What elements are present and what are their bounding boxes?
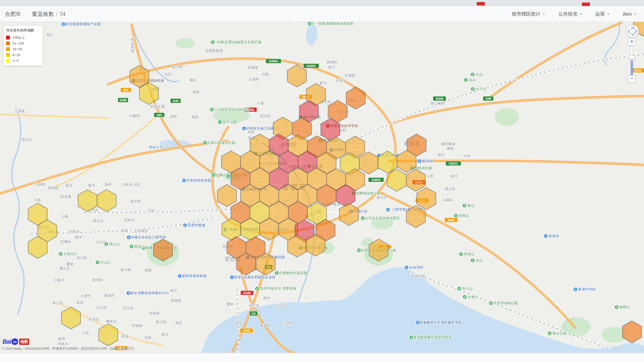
legend-swatch: [6, 59, 10, 63]
town-label: 敦冲: [75, 235, 82, 239]
legend-swatch: [6, 36, 10, 39]
legend-items: 100以上51~10016~506~151~5: [6, 35, 40, 64]
baidu-paw-icon: du: [12, 338, 18, 345]
header-bar: 合肥市 覆盖格数： 74 按市辖区统计▼公共快充▼运营▼2km▼: [0, 7, 644, 22]
town-label: 东店: [165, 72, 172, 76]
baidu-logo: Bai du 地图: [3, 338, 29, 345]
road-shield-label: G3W: [119, 99, 127, 102]
zoom-out-button[interactable]: −: [628, 75, 635, 82]
town-label: 蔡圩: [320, 81, 327, 85]
town-label: 瞿小郢: [120, 268, 131, 272]
poi-glyph: [387, 209, 388, 210]
town-label: 三房郢: [283, 321, 293, 325]
town-label: 陶家庄: [106, 320, 117, 323]
poi-label: 庐阳区大杨工业园: [246, 126, 274, 130]
town-label: 毛狗洼: [124, 218, 135, 222]
town-label: 竹西洼: [69, 230, 79, 234]
app: G3W242S93G40G206G4001G4001G4001G312G5011…: [0, 0, 644, 362]
road-name-label: 蚌合高速: [131, 38, 134, 53]
town-label: 众兴乡: [336, 79, 346, 82]
water-label: 董铺水库: [149, 145, 163, 149]
town-label: 马家庄: [89, 318, 99, 321]
legend-label: 51~100: [13, 41, 24, 45]
town-label: 岗上村: [445, 187, 456, 191]
zoom-slider-handle[interactable]: [628, 56, 635, 59]
park-label: 三十岗生态农业旅游区: [214, 108, 249, 111]
poi-glyph: [575, 289, 576, 290]
town-label: 坝塘: [121, 229, 128, 233]
town-label: 巴山庙: [123, 306, 134, 310]
town-label: 高店乡: [22, 138, 32, 142]
park-label: 包河牛角大圩·四季花海: [260, 287, 296, 290]
town-label: 姚郢: [145, 268, 152, 272]
town-label: 新庄: [438, 153, 445, 157]
town-label: 大柏乡: [122, 183, 132, 186]
town-label: 路东: [122, 334, 129, 338]
town-label: 陈宅: [88, 184, 95, 187]
town-label: 双塘拐: [48, 186, 59, 190]
poi-label: 中安创谷科技园: [186, 178, 211, 182]
park-area: [175, 38, 194, 48]
park-label: 鸡笼山: [459, 214, 469, 217]
road-shield-label: S93: [156, 113, 162, 117]
town-label: 凌山洼: [93, 219, 103, 222]
menu-operation[interactable]: 运营▼: [595, 11, 610, 17]
park-label: 周公山: [109, 242, 120, 246]
town-label: 孙马圩: [377, 196, 387, 199]
poi-label: 银水湾餐饮休闲垂钓中心: [130, 291, 169, 295]
zoom-slider-track-filled[interactable]: [631, 60, 633, 76]
road-shield-label: G5011: [449, 162, 458, 165]
legend-item: 6~15: [6, 52, 40, 58]
town-label: 看墙: [66, 262, 73, 266]
town-label: 洪桥乡: [58, 342, 68, 346]
road-shield-label: G329: [436, 97, 443, 101]
park-label: 龙栖地湿地公园: [356, 191, 380, 195]
park-label: 大圩生态农业旅游景区: [365, 216, 400, 220]
town-label: 新庄: [66, 184, 73, 187]
park-label: 太子山: [476, 87, 486, 91]
zoom-in-button[interactable]: +: [628, 38, 635, 46]
pan-control[interactable]: [626, 25, 639, 37]
menu-stats-by-district[interactable]: 按市辖区统计▼: [512, 11, 545, 17]
copyright-text: © 2020 Baidu - GS(2019)5218号 - 甲测资字11009…: [2, 346, 134, 351]
poi-label: 炎刘镇新桥国际产业园: [65, 22, 101, 26]
town-label: 基塘拐: [171, 299, 181, 302]
town-label: 郭郢: [248, 130, 255, 134]
legend-label: 16~50: [13, 47, 22, 51]
town-label: 顾小庄: [60, 266, 70, 270]
town-label: 塘东: [235, 321, 243, 325]
road-shield-label: G4001: [307, 64, 316, 68]
map-canvas[interactable]: G3W242S93G40G206G4001G4001G4001G312G5011…: [0, 0, 644, 353]
park-label: 合肥融创主题乐园: [279, 271, 307, 275]
legend-label: 1~5: [13, 59, 18, 63]
park-label: 巢湖国家重点风景名胜区: [413, 335, 452, 339]
town-label: 合肥西枢纽: [206, 49, 223, 53]
chevron-down-icon: ▼: [607, 13, 610, 15]
menu-grid-size[interactable]: 2km▼: [623, 11, 636, 17]
legend-item: 1~5: [6, 58, 40, 64]
town-label: 西坝塘: [61, 195, 71, 199]
coverage-label: 覆盖格数：: [32, 11, 60, 18]
legend-item: 51~100: [6, 40, 40, 46]
town-label: 三觉镇: [14, 109, 25, 113]
poi-label: 巢湖中垾站: [578, 287, 596, 291]
town-label: 下塝: [82, 331, 89, 335]
town-label: 李小圩: [53, 301, 63, 305]
park-label: 中国(合肥)非物质文化遗产园: [217, 40, 262, 44]
town-label: 机场互通: [151, 105, 165, 108]
town-label: 葛小郢: [156, 320, 166, 324]
town-label: 孙冲: [451, 174, 458, 178]
park-label: 尖山: [469, 78, 476, 82]
town-label: 秦杨: [447, 147, 454, 150]
chevron-down-icon: ▼: [634, 13, 636, 15]
road-shield-label: G4001: [372, 178, 381, 182]
top-strip: [0, 0, 644, 7]
town-label: 大浦: [257, 101, 264, 105]
menu-charge-type[interactable]: 公共快充▼: [558, 11, 582, 17]
legend-swatch: [6, 53, 10, 57]
road-shield-label: X043: [243, 329, 250, 333]
poi-glyph: [406, 267, 407, 268]
town-label: 堰头: [189, 78, 197, 82]
poi-glyph: [417, 322, 418, 323]
coverage-value: 74: [60, 11, 65, 17]
